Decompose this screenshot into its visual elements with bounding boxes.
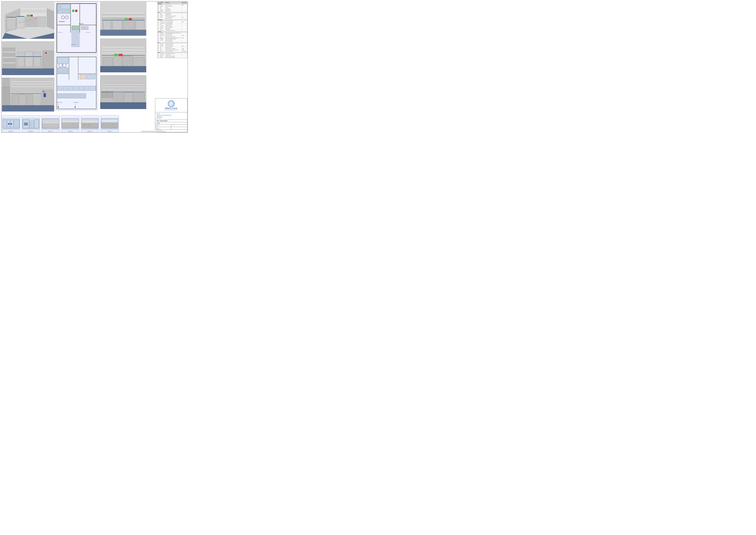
item-ref: Compact 4 225 [160,21,165,23]
col-ref: Ref/size [160,2,165,3]
svg-rect-89 [90,86,96,91]
item-ref [160,18,165,19]
render-svg-4 [100,39,146,72]
svg-rect-17 [30,14,33,16]
item-desc: Stand Walk Bar [165,29,182,30]
item-ref: Existing [160,11,165,12]
item-desc: Storage Racking [165,11,182,12]
svg-rect-201 [102,121,118,123]
item-ref: Compact 7 228 [160,35,165,36]
elevation-f-label: Elevation F [107,130,112,132]
item-power [182,24,187,25]
item-ref: 914 [160,47,165,48]
svg-rect-110 [102,52,145,54]
item-power: 0.3kW [182,35,187,36]
elevation-thumb-c: Elevation C [41,115,60,132]
item-power [182,8,187,10]
schedule-row: D51500 x 600Stainless Steel Prep Bench w… [158,37,187,39]
item-ref: 300 x 800 [160,46,165,47]
render-svg-5 [2,78,54,112]
schedule-section-header: Pass [158,52,187,53]
item-ref: 240 x 820 [160,43,165,45]
item-id: E7 [158,48,160,49]
svg-rect-127 [12,95,18,105]
svg-rect-137 [108,93,113,98]
address-line4: NN5 5AA [156,117,186,119]
item-id: E2 [158,45,160,46]
svg-rect-208 [113,123,115,128]
elevation-b-label: Elevation B [29,130,33,132]
svg-rect-54 [129,18,132,20]
svg-rect-113 [122,56,133,66]
svg-rect-190 [82,120,98,121]
svg-rect-192 [87,123,91,128]
svg-rect-47 [103,20,111,30]
item-power [182,34,187,35]
schedule-row: E7914Gas Salamander Grill with Shelf/IR3… [158,48,187,49]
svg-rect-159 [23,120,29,128]
item-ref: 1200 x 700 [160,20,165,21]
drawing-no-value: A.3C [156,126,171,127]
elevation-thumb-b: Elevation B [21,115,40,132]
svg-rect-14 [7,17,16,17]
svg-rect-112 [113,56,122,66]
item-power [182,57,187,58]
title-block: PRESTIGE CATERING EQUIPMENT LTD. Unit 2C… [155,98,187,132]
schedule-section-header: Prep [158,12,187,13]
schedule-row: C61200 x 700Stainless Steel Wall Bench [158,26,187,28]
item-id: E1 [158,43,160,45]
item-power [182,53,187,54]
view-3d-botright [100,75,146,109]
schedule-row: E1240 x 820Blue Seal Profile With Bench [158,43,187,45]
item-ref: 600xA30 [160,39,165,40]
svg-rect-181 [70,123,72,128]
svg-rect-67 [34,52,40,67]
schedule-row: B3600 x 700Stainless Steel Prep Cupboard… [158,15,187,17]
svg-rect-161 [35,120,39,128]
item-desc: Dishwasher In Table [165,5,182,6]
svg-rect-136 [102,93,107,98]
svg-rect-202 [102,119,118,120]
item-id: F2 [158,54,160,56]
item-ref: 1200 x 300 [160,28,165,29]
schedule-row: D71200 x 300Stainless Steel Wall Shelf [158,40,187,41]
svg-rect-153 [14,120,19,127]
item-power [182,13,187,14]
svg-point-211 [168,100,174,107]
item-id: C4 [158,24,160,25]
svg-rect-164 [24,124,28,125]
item-id: B5 [158,18,160,19]
svg-rect-45 [102,11,145,14]
svg-rect-24 [58,4,70,9]
render-svg-2 [100,2,146,36]
svg-rect-170 [42,120,59,121]
item-desc: Blue Seal Profile No Front [165,45,182,46]
schedule-row: D8Stainless Steel Wall Shelf [158,41,187,42]
schedule-row: B4ExistingCommercial Microwave Oven800 [158,17,187,18]
svg-point-70 [45,52,47,54]
item-desc: Stainless Prep Station [165,18,182,19]
schedule-section-header: Refrigeration [158,19,187,20]
item-ref: 4950 x 170 [160,55,165,57]
elevation-thumb-e: Elevation E [81,115,99,132]
svg-rect-191 [83,123,87,128]
svg-rect-163 [24,123,28,124]
svg-rect-109 [102,49,145,51]
item-ref: TBC [160,36,165,37]
item-id: D4 [158,36,160,37]
item-desc: Stainless Wall Shelf [165,28,182,29]
schedule-row: C8TBCStand Walk Bar [158,29,187,30]
item-power [182,23,187,24]
svg-rect-60 [3,51,15,53]
svg-text:Hot Pass: Hot Pass [79,23,84,24]
schedule-row: C71200 x 300Stainless Wall Shelf [158,28,187,29]
item-id: A7 [158,11,160,12]
schedule-table: Item Ref/size Description Power Rating D… [157,2,187,58]
svg-rect-62 [3,62,15,64]
svg-rect-203 [102,123,104,128]
schedule-row: F44950 x 170Stainless Steel Service Wall… [158,57,187,58]
svg-rect-105 [102,55,145,56]
date-value: 07.09.11 [156,128,171,129]
svg-rect-142 [124,92,133,102]
schedule-section-header: Cold Prep [158,31,187,33]
